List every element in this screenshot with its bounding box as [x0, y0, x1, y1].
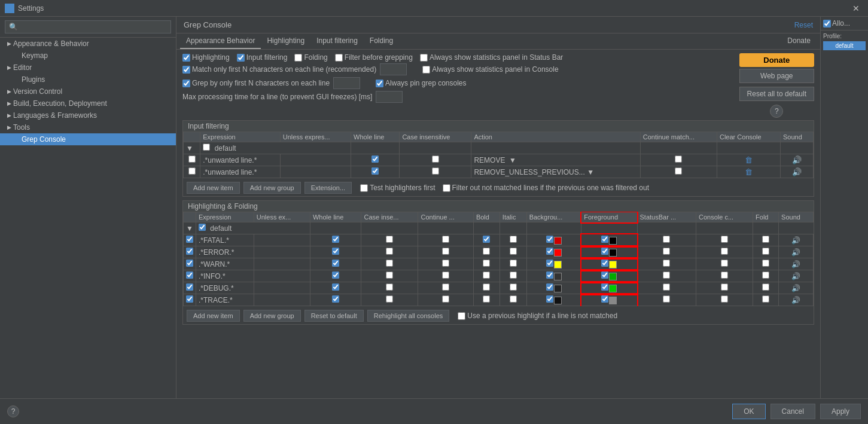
info-statusbar-check[interactable] — [663, 272, 670, 279]
tab-highlighting[interactable]: Highlighting — [261, 33, 310, 49]
error-statusbar-check[interactable] — [663, 248, 670, 255]
trace-case-check[interactable] — [386, 295, 393, 303]
filter-out-not-matched-checkbox[interactable] — [443, 184, 450, 192]
fatal-fold-check[interactable] — [762, 236, 769, 243]
debug-fg-check[interactable] — [601, 283, 608, 291]
trace-sound-icon[interactable]: 🔊 — [791, 296, 800, 304]
error-bg-swatch[interactable] — [554, 249, 562, 257]
info-enabled-check[interactable] — [186, 272, 193, 279]
hl-add-new-group-button[interactable]: Add new group — [243, 310, 301, 322]
trace-enabled-check[interactable] — [186, 295, 193, 303]
fatal-sound-icon[interactable]: 🔊 — [791, 236, 800, 245]
hl-add-new-item-button[interactable]: Add new item — [187, 310, 240, 322]
fatal-continue-check[interactable] — [442, 236, 449, 243]
warn-fg-check[interactable] — [601, 260, 608, 267]
trace-bold-check[interactable] — [483, 295, 490, 303]
warn-italic-check[interactable] — [510, 260, 517, 267]
row1-whole-line-check[interactable] — [371, 155, 379, 163]
debug-fold-check[interactable] — [762, 283, 769, 291]
web-page-button[interactable]: Web page — [739, 69, 814, 83]
always-show-stats-status-check[interactable]: Always show statistics panel in Status B… — [420, 53, 563, 62]
error-continue-check[interactable] — [442, 248, 449, 255]
row1-enabled-check[interactable] — [188, 155, 196, 163]
tab-donate[interactable]: Donate — [781, 33, 817, 49]
info-case-check[interactable] — [386, 272, 393, 279]
trace-whole-line-check[interactable] — [332, 295, 339, 303]
if-add-new-group-button[interactable]: Add new group — [243, 182, 301, 194]
debug-statusbar-check[interactable] — [663, 283, 670, 291]
debug-bold-check[interactable] — [483, 283, 490, 291]
row1-continue-check[interactable] — [675, 155, 682, 163]
reset-link[interactable]: Reset — [794, 21, 813, 29]
warn-enabled-check[interactable] — [186, 260, 193, 267]
fatal-case-check[interactable] — [386, 236, 393, 243]
row2-enabled-check[interactable] — [188, 167, 196, 175]
trace-fold-check[interactable] — [762, 295, 769, 303]
info-whole-line-check[interactable] — [332, 272, 339, 279]
tab-appearance-behavior[interactable]: Appearance Behavior — [180, 33, 261, 49]
filter-before-grepping-check[interactable]: Filter before grepping — [335, 53, 413, 62]
sidebar-item-tools[interactable]: ▶ Tools — [0, 121, 176, 133]
warn-continue-check[interactable] — [442, 260, 449, 267]
info-bold-check[interactable] — [483, 272, 490, 279]
error-bold-check[interactable] — [483, 248, 490, 255]
search-input[interactable] — [5, 20, 171, 33]
fatal-italic-check[interactable] — [510, 236, 517, 243]
ok-button[interactable]: OK — [732, 404, 765, 419]
cancel-button[interactable]: Cancel — [770, 404, 815, 419]
help-button[interactable]: ? — [770, 105, 783, 118]
trace-fg-swatch[interactable] — [609, 297, 617, 304]
reset-all-default-button[interactable]: Reset all to default — [739, 87, 814, 101]
allo-check[interactable]: Allo... — [823, 19, 866, 28]
grep-first-n-checkbox[interactable] — [182, 80, 190, 87]
filter-before-grepping-checkbox[interactable] — [335, 54, 343, 62]
profile-default-item[interactable]: default — [823, 41, 866, 50]
debug-sound-icon[interactable]: 🔊 — [791, 284, 800, 292]
row1-trash-icon[interactable]: 🗑 — [745, 155, 753, 164]
error-fg-swatch[interactable] — [609, 249, 617, 257]
sidebar-item-plugins[interactable]: Plugins — [0, 74, 176, 86]
fatal-bg-swatch[interactable] — [554, 237, 562, 245]
folding-checkbox[interactable] — [294, 54, 302, 62]
warn-fg-swatch[interactable] — [609, 261, 617, 269]
allo-checkbox[interactable] — [823, 20, 831, 28]
error-whole-line-check[interactable] — [332, 248, 339, 255]
warn-bg-check[interactable] — [546, 260, 553, 267]
warn-bold-check[interactable] — [483, 260, 490, 267]
debug-bg-check[interactable] — [546, 283, 553, 291]
donate-button[interactable]: Donate — [739, 53, 814, 67]
trace-continue-check[interactable] — [442, 295, 449, 303]
sidebar-item-build-execution[interactable]: ▶ Build, Execution, Deployment — [0, 97, 176, 109]
hl-reset-to-default-button[interactable]: Reset to default — [304, 310, 364, 322]
highlighting-checkbox[interactable] — [182, 54, 190, 62]
info-console-check[interactable] — [721, 272, 728, 279]
info-fg-swatch[interactable] — [609, 273, 617, 280]
use-previous-highlight-checkbox[interactable] — [458, 312, 465, 320]
debug-continue-check[interactable] — [442, 283, 449, 291]
fatal-enabled-check[interactable] — [186, 236, 193, 243]
trace-italic-check[interactable] — [510, 295, 517, 303]
warn-case-check[interactable] — [386, 260, 393, 267]
warn-bg-swatch[interactable] — [554, 261, 562, 269]
error-console-check[interactable] — [721, 248, 728, 255]
debug-fg-swatch[interactable] — [609, 285, 617, 292]
close-button[interactable]: ✕ — [849, 4, 863, 13]
sidebar-item-appearance-behavior[interactable]: ▶ Appearance & Behavior — [0, 38, 176, 50]
debug-case-check[interactable] — [386, 283, 393, 291]
trace-console-check[interactable] — [721, 295, 728, 303]
error-italic-check[interactable] — [510, 248, 517, 255]
trace-bg-check[interactable] — [546, 295, 553, 303]
if-extension-button[interactable]: Extension... — [304, 182, 352, 194]
warn-fold-check[interactable] — [762, 260, 769, 267]
test-highlighters-check[interactable]: Test highlighters first — [360, 184, 435, 192]
error-enabled-check[interactable] — [186, 248, 193, 255]
tab-input-filtering[interactable]: Input filtering — [310, 33, 364, 49]
fatal-whole-line-check[interactable] — [332, 236, 339, 243]
input-filtering-check[interactable]: Input filtering — [237, 53, 288, 62]
sidebar-item-version-control[interactable]: ▶ Version Control — [0, 86, 176, 97]
error-fold-check[interactable] — [762, 248, 769, 255]
match-first-n-input[interactable]: 120 — [380, 63, 407, 75]
filter-out-not-matched-check[interactable]: Filter out not matched lines if the prev… — [443, 184, 650, 192]
hl-rehighlight-all-button[interactable]: Rehighlight all consoles — [367, 310, 450, 322]
info-fold-check[interactable] — [762, 272, 769, 279]
